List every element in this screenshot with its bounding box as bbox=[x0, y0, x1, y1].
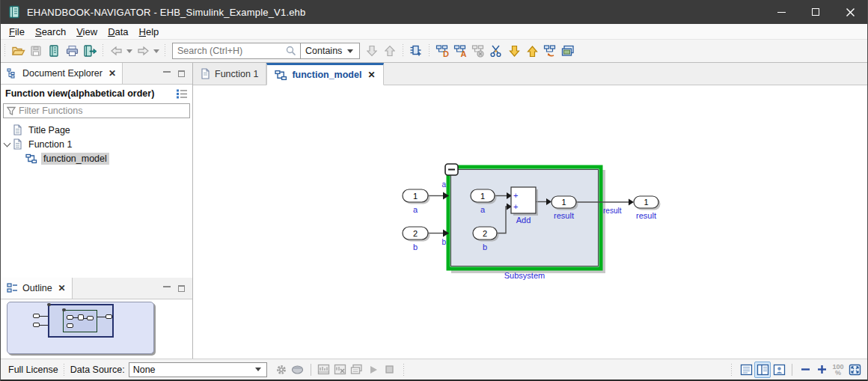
document-view-icon bbox=[740, 364, 753, 376]
tab-function-1[interactable]: Function 1 bbox=[193, 63, 266, 85]
tree-item-function-1[interactable]: Function 1 bbox=[1, 137, 192, 151]
toolbar-grip bbox=[401, 44, 405, 58]
menu-search[interactable]: Search bbox=[30, 25, 71, 38]
split-view-button[interactable] bbox=[754, 362, 771, 378]
open-handbook-button[interactable] bbox=[45, 42, 63, 60]
start-measurement-button[interactable] bbox=[365, 362, 382, 378]
export-handbook-button[interactable] bbox=[81, 42, 99, 60]
svg-text:A: A bbox=[460, 49, 466, 58]
maximize-panel-icon[interactable] bbox=[178, 285, 185, 292]
window-title: EHANDBOOK-NAVIGATOR - EHB_Simulink_Examp… bbox=[27, 7, 305, 18]
function-view-title: Function view(alphabetical order) bbox=[5, 88, 154, 99]
find-next-button[interactable] bbox=[363, 42, 381, 60]
forward-history-caret[interactable] bbox=[153, 49, 159, 53]
save-button[interactable] bbox=[27, 42, 45, 60]
document-view-button[interactable] bbox=[738, 362, 754, 378]
minimize-panel-icon[interactable] bbox=[163, 285, 171, 287]
dataset-button[interactable] bbox=[290, 362, 306, 378]
document-explorer-tab[interactable]: Document Explorer ✕ bbox=[1, 63, 123, 84]
measurement-window-button[interactable] bbox=[316, 362, 332, 378]
tab-function-model[interactable]: function_model ✕ bbox=[266, 63, 383, 85]
show-annotation-view-button[interactable]: A bbox=[451, 42, 469, 60]
filter-functions-box[interactable]: Filter Functions bbox=[3, 103, 190, 118]
close-panel-icon[interactable]: ✕ bbox=[109, 68, 116, 79]
maximize-button[interactable] bbox=[798, 0, 833, 24]
outline-page-thumbnail[interactable] bbox=[7, 302, 154, 354]
layout-windows-button[interactable] bbox=[349, 362, 365, 378]
show-block-pins-button[interactable] bbox=[407, 42, 425, 60]
presenter-view-button[interactable] bbox=[771, 362, 787, 378]
forward-button[interactable] bbox=[134, 42, 152, 60]
menu-data[interactable]: Data bbox=[103, 25, 133, 38]
outline-header: Outline ✕ bbox=[1, 278, 192, 299]
search-input[interactable] bbox=[173, 44, 285, 58]
mini-subsystem bbox=[63, 310, 97, 332]
add-plus-bottom: + bbox=[513, 202, 518, 211]
close-button[interactable] bbox=[833, 0, 867, 24]
stop-measurement-button[interactable] bbox=[382, 362, 398, 378]
outline-viewport[interactable] bbox=[48, 304, 114, 338]
step-into-button[interactable] bbox=[505, 42, 523, 60]
minimize-icon bbox=[777, 12, 786, 13]
app-logo-icon bbox=[7, 5, 21, 19]
outline-tab[interactable]: Outline ✕ bbox=[1, 278, 73, 299]
document-icon bbox=[13, 138, 22, 150]
back-arrow-icon bbox=[110, 46, 123, 56]
maximize-panel-icon[interactable] bbox=[178, 70, 185, 77]
statusbar-grip bbox=[730, 364, 733, 376]
filter-icon bbox=[7, 106, 16, 115]
data-source-select[interactable]: None bbox=[129, 362, 267, 377]
menu-file[interactable]: File bbox=[4, 25, 30, 38]
tab-label: Function 1 bbox=[215, 69, 258, 79]
down-arrow-disabled-icon bbox=[367, 45, 377, 57]
hide-model-elements-button[interactable] bbox=[469, 42, 487, 60]
toolbar-grip bbox=[101, 44, 105, 58]
data-settings-button[interactable] bbox=[273, 362, 290, 378]
left-pane: Document Explorer ✕ Function view(alphab… bbox=[1, 63, 193, 359]
menu-view[interactable]: View bbox=[71, 25, 103, 38]
open-file-button[interactable] bbox=[9, 42, 27, 60]
expander-icon[interactable] bbox=[1, 143, 13, 146]
view-menu-icon[interactable] bbox=[176, 88, 188, 99]
step-out-button[interactable] bbox=[523, 42, 541, 60]
minimize-panel-icon[interactable] bbox=[163, 70, 171, 73]
close-measurement-button[interactable] bbox=[332, 362, 349, 378]
find-previous-button[interactable] bbox=[381, 42, 399, 60]
inport-1-label: a bbox=[413, 205, 418, 214]
subsystem-inport-1-label: a bbox=[480, 205, 486, 214]
signal-label-result: result bbox=[603, 207, 622, 215]
tree-item-function-model[interactable]: function_model bbox=[1, 151, 192, 165]
zoom-in-button[interactable] bbox=[813, 362, 830, 378]
toolbar-grip bbox=[427, 44, 431, 58]
back-to-model-button[interactable] bbox=[541, 42, 559, 60]
cut-model-button[interactable] bbox=[487, 42, 505, 60]
statusbar-grip bbox=[63, 364, 66, 376]
subsystem-inport-2-label: b bbox=[483, 243, 487, 252]
mini-collapse-dot bbox=[62, 308, 66, 311]
toolbar-grip bbox=[163, 44, 167, 58]
gear-icon bbox=[275, 364, 287, 376]
dataset-disc-icon bbox=[291, 365, 304, 375]
show-data-view-button[interactable]: D bbox=[433, 42, 451, 60]
stop-icon bbox=[385, 365, 394, 374]
close-tab-icon[interactable]: ✕ bbox=[367, 70, 375, 80]
inport-1-number: 1 bbox=[413, 192, 418, 201]
zoom-reset-button[interactable]: 100 % bbox=[830, 362, 846, 378]
handbook-export-icon bbox=[83, 45, 97, 57]
search-mode-dropdown[interactable]: Contains bbox=[301, 46, 359, 56]
model-canvas[interactable]: 1 a 2 b a b 1 a bbox=[193, 85, 867, 359]
fit-to-screen-button[interactable] bbox=[846, 362, 863, 378]
back-button[interactable] bbox=[107, 42, 125, 60]
open-in-window-button[interactable] bbox=[559, 42, 577, 60]
mini-block bbox=[67, 323, 73, 328]
back-history-caret[interactable] bbox=[126, 49, 132, 53]
minimize-button[interactable] bbox=[764, 0, 798, 24]
signal-label-a: a bbox=[441, 180, 446, 189]
filter-placeholder: Filter Functions bbox=[19, 106, 82, 116]
close-panel-icon[interactable]: ✕ bbox=[58, 283, 66, 293]
menu-help[interactable]: Help bbox=[134, 25, 165, 38]
print-button[interactable] bbox=[63, 42, 81, 60]
zoom-out-button[interactable] bbox=[797, 362, 813, 378]
block-pins-icon bbox=[409, 44, 423, 58]
tree-item-title-page[interactable]: Title Page bbox=[1, 123, 192, 137]
